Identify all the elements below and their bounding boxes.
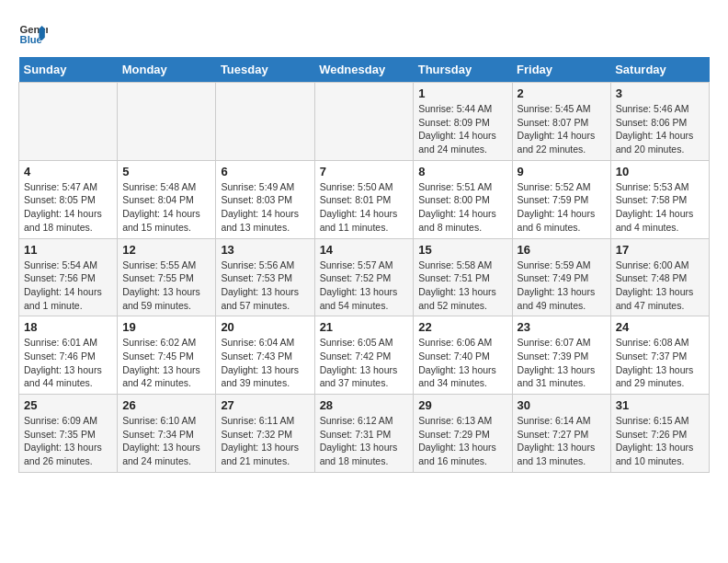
day-info: Sunrise: 6:13 AM Sunset: 7:29 PM Dayligh… — [418, 414, 506, 468]
day-info: Sunrise: 6:14 AM Sunset: 7:27 PM Dayligh… — [518, 414, 606, 468]
day-header-sunday: Sunday — [19, 57, 118, 83]
day-number: 12 — [122, 243, 210, 257]
day-number: 19 — [122, 320, 210, 334]
day-number: 4 — [24, 165, 112, 178]
day-number: 27 — [221, 398, 309, 412]
calendar-cell: 1Sunrise: 5:44 AM Sunset: 8:09 PM Daylig… — [414, 83, 512, 161]
day-info: Sunrise: 6:10 AM Sunset: 7:34 PM Dayligh… — [122, 414, 210, 468]
day-info: Sunrise: 6:02 AM Sunset: 7:45 PM Dayligh… — [122, 336, 210, 390]
day-info: Sunrise: 6:07 AM Sunset: 7:39 PM Dayligh… — [518, 336, 606, 390]
calendar-table: SundayMondayTuesdayWednesdayThursdayFrid… — [18, 57, 710, 473]
day-header-monday: Monday — [118, 57, 216, 83]
week-row-5: 25Sunrise: 6:09 AM Sunset: 7:35 PM Dayli… — [19, 395, 710, 473]
day-number: 22 — [418, 320, 506, 334]
day-info: Sunrise: 5:58 AM Sunset: 7:51 PM Dayligh… — [418, 259, 506, 313]
calendar-cell — [216, 83, 314, 161]
logo: General Blue — [18, 18, 51, 48]
day-number: 17 — [616, 243, 704, 257]
day-info: Sunrise: 6:15 AM Sunset: 7:26 PM Dayligh… — [616, 414, 704, 468]
logo-icon: General Blue — [18, 18, 48, 48]
day-info: Sunrise: 5:50 AM Sunset: 8:01 PM Dayligh… — [320, 180, 409, 235]
day-number: 28 — [320, 398, 409, 412]
day-info: Sunrise: 5:45 AM Sunset: 8:07 PM Dayligh… — [518, 102, 606, 156]
calendar-cell: 6Sunrise: 5:49 AM Sunset: 8:03 PM Daylig… — [216, 160, 314, 238]
day-number: 15 — [418, 243, 506, 257]
day-number: 25 — [24, 398, 112, 412]
calendar-cell: 7Sunrise: 5:50 AM Sunset: 8:01 PM Daylig… — [314, 160, 414, 238]
calendar-cell: 15Sunrise: 5:58 AM Sunset: 7:51 PM Dayli… — [414, 238, 512, 316]
day-number: 8 — [418, 165, 506, 178]
calendar-cell: 3Sunrise: 5:46 AM Sunset: 8:06 PM Daylig… — [610, 83, 709, 161]
calendar-cell: 10Sunrise: 5:53 AM Sunset: 7:58 PM Dayli… — [610, 160, 709, 238]
calendar-cell: 17Sunrise: 6:00 AM Sunset: 7:48 PM Dayli… — [610, 238, 709, 316]
day-info: Sunrise: 5:48 AM Sunset: 8:04 PM Dayligh… — [122, 180, 210, 235]
day-number: 10 — [616, 165, 704, 178]
calendar-cell: 28Sunrise: 6:12 AM Sunset: 7:31 PM Dayli… — [314, 395, 414, 473]
calendar-cell — [19, 83, 118, 161]
calendar-cell: 23Sunrise: 6:07 AM Sunset: 7:39 PM Dayli… — [512, 316, 610, 395]
day-number: 30 — [518, 398, 606, 412]
calendar-cell: 12Sunrise: 5:55 AM Sunset: 7:55 PM Dayli… — [118, 238, 216, 316]
day-number: 18 — [24, 320, 112, 334]
day-number: 5 — [122, 165, 210, 178]
calendar-cell: 4Sunrise: 5:47 AM Sunset: 8:05 PM Daylig… — [19, 160, 118, 238]
calendar-cell: 11Sunrise: 5:54 AM Sunset: 7:56 PM Dayli… — [19, 238, 118, 316]
calendar-cell: 8Sunrise: 5:51 AM Sunset: 8:00 PM Daylig… — [414, 160, 512, 238]
day-number: 7 — [320, 165, 409, 178]
calendar-cell: 22Sunrise: 6:06 AM Sunset: 7:40 PM Dayli… — [414, 316, 512, 395]
day-number: 24 — [616, 320, 704, 334]
day-info: Sunrise: 5:49 AM Sunset: 8:03 PM Dayligh… — [221, 180, 309, 235]
calendar-cell: 24Sunrise: 6:08 AM Sunset: 7:37 PM Dayli… — [610, 316, 709, 395]
day-header-wednesday: Wednesday — [314, 57, 414, 83]
day-number: 20 — [221, 320, 309, 334]
day-number: 16 — [518, 243, 606, 257]
day-header-tuesday: Tuesday — [216, 57, 314, 83]
calendar-cell: 13Sunrise: 5:56 AM Sunset: 7:53 PM Dayli… — [216, 238, 314, 316]
day-info: Sunrise: 6:06 AM Sunset: 7:40 PM Dayligh… — [418, 336, 506, 390]
calendar-cell: 2Sunrise: 5:45 AM Sunset: 8:07 PM Daylig… — [512, 83, 610, 161]
day-info: Sunrise: 6:01 AM Sunset: 7:46 PM Dayligh… — [24, 336, 112, 390]
day-number: 2 — [518, 86, 606, 100]
day-number: 31 — [616, 398, 704, 412]
header-row: SundayMondayTuesdayWednesdayThursdayFrid… — [19, 57, 710, 83]
day-info: Sunrise: 5:44 AM Sunset: 8:09 PM Dayligh… — [418, 102, 506, 156]
day-number: 23 — [518, 320, 606, 334]
calendar-cell: 25Sunrise: 6:09 AM Sunset: 7:35 PM Dayli… — [19, 395, 118, 473]
day-info: Sunrise: 6:08 AM Sunset: 7:37 PM Dayligh… — [616, 336, 704, 390]
day-info: Sunrise: 5:56 AM Sunset: 7:53 PM Dayligh… — [221, 259, 309, 313]
day-info: Sunrise: 5:47 AM Sunset: 8:05 PM Dayligh… — [24, 180, 112, 235]
day-info: Sunrise: 5:59 AM Sunset: 7:49 PM Dayligh… — [518, 259, 606, 313]
calendar-cell: 26Sunrise: 6:10 AM Sunset: 7:34 PM Dayli… — [118, 395, 216, 473]
calendar-cell: 30Sunrise: 6:14 AM Sunset: 7:27 PM Dayli… — [512, 395, 610, 473]
calendar-cell: 31Sunrise: 6:15 AM Sunset: 7:26 PM Dayli… — [610, 395, 709, 473]
calendar-cell: 5Sunrise: 5:48 AM Sunset: 8:04 PM Daylig… — [118, 160, 216, 238]
day-number: 21 — [320, 320, 409, 334]
calendar-cell: 20Sunrise: 6:04 AM Sunset: 7:43 PM Dayli… — [216, 316, 314, 395]
day-number: 3 — [616, 86, 704, 100]
calendar-cell: 18Sunrise: 6:01 AM Sunset: 7:46 PM Dayli… — [19, 316, 118, 395]
calendar-cell: 9Sunrise: 5:52 AM Sunset: 7:59 PM Daylig… — [512, 160, 610, 238]
day-info: Sunrise: 6:05 AM Sunset: 7:42 PM Dayligh… — [320, 336, 409, 390]
day-number: 9 — [518, 165, 606, 178]
day-info: Sunrise: 5:46 AM Sunset: 8:06 PM Dayligh… — [616, 102, 704, 156]
day-number: 29 — [418, 398, 506, 412]
day-number: 26 — [122, 398, 210, 412]
week-row-2: 4Sunrise: 5:47 AM Sunset: 8:05 PM Daylig… — [19, 160, 710, 238]
day-info: Sunrise: 5:57 AM Sunset: 7:52 PM Dayligh… — [320, 259, 409, 313]
svg-text:Blue: Blue — [20, 34, 42, 45]
day-info: Sunrise: 6:00 AM Sunset: 7:48 PM Dayligh… — [616, 259, 704, 313]
day-info: Sunrise: 6:04 AM Sunset: 7:43 PM Dayligh… — [221, 336, 309, 390]
week-row-3: 11Sunrise: 5:54 AM Sunset: 7:56 PM Dayli… — [19, 238, 710, 316]
day-number: 13 — [221, 243, 309, 257]
calendar-cell: 21Sunrise: 6:05 AM Sunset: 7:42 PM Dayli… — [314, 316, 414, 395]
calendar-cell: 29Sunrise: 6:13 AM Sunset: 7:29 PM Dayli… — [414, 395, 512, 473]
day-info: Sunrise: 6:11 AM Sunset: 7:32 PM Dayligh… — [221, 414, 309, 468]
day-info: Sunrise: 5:52 AM Sunset: 7:59 PM Dayligh… — [518, 180, 606, 235]
week-row-4: 18Sunrise: 6:01 AM Sunset: 7:46 PM Dayli… — [19, 316, 710, 395]
calendar-cell — [314, 83, 414, 161]
day-info: Sunrise: 6:12 AM Sunset: 7:31 PM Dayligh… — [320, 414, 409, 468]
day-number: 11 — [24, 243, 112, 257]
day-header-friday: Friday — [512, 57, 610, 83]
day-info: Sunrise: 6:09 AM Sunset: 7:35 PM Dayligh… — [24, 414, 112, 468]
week-row-1: 1Sunrise: 5:44 AM Sunset: 8:09 PM Daylig… — [19, 83, 710, 161]
